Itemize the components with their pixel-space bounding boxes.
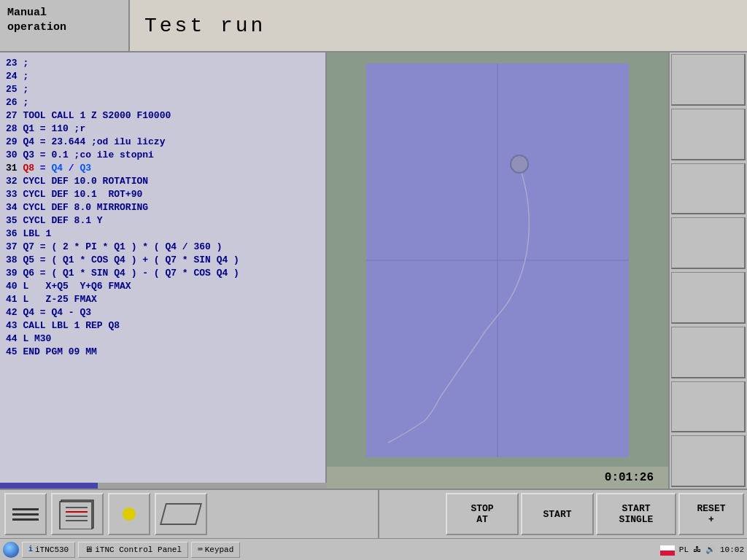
code-line: 40 L X+Q5 Y+Q6 FMAX [6,280,320,293]
reset-plus-button[interactable]: RESET + [678,493,744,535]
network-icon: 🖧 [693,545,701,554]
taskbar-keypad[interactable]: ⌨ Keypad [191,542,240,558]
toolpath-canvas [366,63,629,457]
start-orb[interactable] [3,542,19,558]
code-line: 29 Q4 = 23.644 ;od ilu liczy [6,136,320,149]
keypad-icon: ⌨ [198,545,203,554]
timer-display: 0:01:26 [327,467,668,489]
code-line: 44 L M30 [6,332,320,346]
small-btn-4[interactable] [155,493,207,535]
right-btn-5[interactable] [671,272,746,324]
code-line: 45 END PGM 09 MM [6,346,320,359]
code-line: 41 L Z-25 FMAX [6,293,320,306]
bottom-toolbar: STOP AT START START SINGLE RESET + [0,489,747,538]
svg-point-2 [511,155,528,173]
taskbar-right: PL 🖧 🔊 10:02 [660,544,744,556]
code-line: 31 Q8 = Q4 / Q3 [6,162,320,175]
clock: 10:02 [720,545,744,554]
taskbar-tnc530[interactable]: i iTNC530 [22,542,75,558]
right-btn-4[interactable] [671,217,746,269]
parallelogram-icon [160,503,202,525]
right-btn-7[interactable] [671,381,746,433]
right-button-panel [668,52,747,489]
right-btn-1[interactable] [671,54,746,106]
right-btn-3[interactable] [671,163,746,215]
panel-icon: 🖥 [85,545,93,554]
visualization-panel: 0:01:26 [327,52,668,489]
header-mode-label: Manualoperation [0,0,130,51]
lines-icon [12,504,39,524]
code-line: 27 TOOL CALL 1 Z S2000 F10000 [6,109,320,122]
header-title: Test run [130,0,747,51]
right-btn-2[interactable] [671,109,746,160]
code-line: 37 Q7 = ( 2 * PI * Q1 ) * ( Q4 / 360 ) [6,241,320,254]
code-line: 39 Q6 = ( Q1 * SIN Q4 ) - ( Q7 * COS Q4 … [6,267,320,280]
svg-rect-4 [60,502,92,529]
code-line: 26 ; [6,96,320,109]
tnc-icon: i [28,545,33,553]
code-line: 25 ; [6,83,320,96]
right-btn-8[interactable] [671,435,746,487]
code-line: 23 ; [6,57,320,70]
taskbar-control-panel[interactable]: 🖥 iTNC Control Panel [78,542,188,558]
small-btn-1[interactable] [4,493,47,535]
stop-at-button[interactable]: STOP AT [446,493,519,535]
code-line: 42 Q4 = Q4 - Q3 [6,306,320,319]
code-line: 30 Q3 = 0.1 ;co ile stopni [6,149,320,162]
code-line: 28 Q1 = 110 ;r [6,122,320,136]
taskbar: i iTNC530 🖥 iTNC Control Panel ⌨ Keypad … [0,538,747,560]
language-flag [660,544,675,556]
pl-flag [660,545,675,556]
program-icon [58,499,96,529]
code-line: 33 CYCL DEF 10.1 ROT+90 [6,188,320,201]
progress-bar-container [0,483,327,489]
right-btn-6[interactable] [671,327,746,378]
code-panel: 23 ;24 ;25 ;26 ;27 TOOL CALL 1 Z S2000 F… [0,52,327,489]
small-btn-3[interactable] [108,493,150,535]
code-line: 43 CALL LBL 1 REP Q8 [6,319,320,332]
code-line: 34 CYCL DEF 8.0 MIRRORING [6,201,320,214]
code-line: 36 LBL 1 [6,228,320,241]
yellow-indicator [123,508,136,521]
main-area: 23 ;24 ;25 ;26 ;27 TOOL CALL 1 Z S2000 F… [0,52,747,489]
header: Manualoperation Test run [0,0,747,52]
code-line: 32 CYCL DEF 10.0 ROTATION [6,175,320,188]
start-single-button[interactable]: START SINGLE [596,493,676,535]
code-line: 24 ; [6,70,320,83]
progress-fill [0,483,98,489]
volume-icon: 🔊 [705,545,716,554]
small-btn-2[interactable] [51,493,104,535]
code-line: 35 CYCL DEF 8.1 Y [6,214,320,228]
code-line: 38 Q5 = ( Q1 * COS Q4 ) + ( Q7 * SIN Q4 … [6,254,320,267]
start-button[interactable]: START [521,493,594,535]
